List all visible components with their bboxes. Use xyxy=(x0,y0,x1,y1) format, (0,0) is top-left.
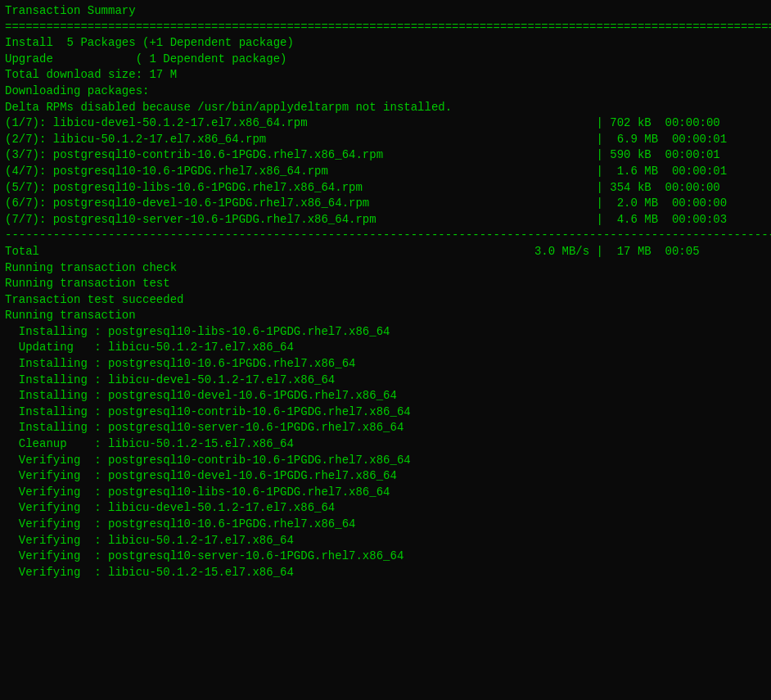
terminal-line: Verifying : libicu-50.1.2-17.el7.x86_64 … xyxy=(5,533,766,549)
terminal-line: (4/7): postgresql10-10.6-1PGDG.rhel7.x86… xyxy=(5,164,766,180)
terminal-line: Verifying : libicu-devel-50.1.2-17.el7.x… xyxy=(5,500,766,517)
terminal-line: Install 5 Packages (+1 Dependent package… xyxy=(5,35,766,52)
terminal-line: Running transaction test xyxy=(5,276,766,292)
terminal-line: Downloading packages: xyxy=(5,84,766,100)
terminal-line: Upgrade ( 1 Dependent package) xyxy=(5,52,766,68)
terminal-line: Delta RPMs disabled because /usr/bin/app… xyxy=(5,100,766,116)
terminal-line: Verifying : postgresql10-devel-10.6-1PGD… xyxy=(5,468,766,485)
terminal-line: Running transaction xyxy=(5,308,766,324)
terminal-line: Installing : postgresql10-server-10.6-1P… xyxy=(5,420,766,436)
terminal-line: ----------------------------------------… xyxy=(5,228,766,244)
terminal-line: Transaction test succeeded xyxy=(5,292,766,309)
terminal-line: Verifying : postgresql10-10.6-1PGDG.rhel… xyxy=(5,517,766,533)
terminal-line: Verifying : postgresql10-libs-10.6-1PGDG… xyxy=(5,485,766,501)
terminal-line: Verifying : postgresql10-server-10.6-1PG… xyxy=(5,549,766,565)
terminal-line: Installing : postgresql10-10.6-1PGDG.rhe… xyxy=(5,356,766,373)
terminal-line: Total download size: 17 M xyxy=(5,67,766,84)
terminal-line: Installing : postgresql10-libs-10.6-1PGD… xyxy=(5,324,766,341)
terminal-line: Total 3.0 MB/s | 17 MB 00:05 xyxy=(5,244,766,260)
terminal-line: Updating : libicu-50.1.2-17.el7.x86_64 2… xyxy=(5,340,766,356)
terminal-line: Installing : libicu-devel-50.1.2-17.el7.… xyxy=(5,373,766,389)
terminal-line: Cleanup : libicu-50.1.2-15.el7.x86_64 8/… xyxy=(5,436,766,453)
terminal-line: (3/7): postgresql10-contrib-10.6-1PGDG.r… xyxy=(5,147,766,164)
terminal-output: Transaction Summary=====================… xyxy=(5,3,766,580)
terminal-line: (2/7): libicu-50.1.2-17.el7.x86_64.rpm |… xyxy=(5,132,766,148)
terminal-line: Installing : postgresql10-contrib-10.6-1… xyxy=(5,404,766,421)
terminal-line: (6/7): postgresql10-devel-10.6-1PGDG.rhe… xyxy=(5,196,766,212)
terminal-line: Running transaction check xyxy=(5,260,766,277)
terminal-line: Verifying : libicu-50.1.2-15.el7.x86_64 … xyxy=(5,565,766,581)
terminal-line: (5/7): postgresql10-libs-10.6-1PGDG.rhel… xyxy=(5,180,766,196)
terminal-line: (7/7): postgresql10-server-10.6-1PGDG.rh… xyxy=(5,212,766,228)
terminal-line: ========================================… xyxy=(5,20,766,36)
terminal-line: (1/7): libicu-devel-50.1.2-17.el7.x86_64… xyxy=(5,115,766,132)
terminal-line: Transaction Summary xyxy=(5,3,766,20)
terminal-line: Installing : postgresql10-devel-10.6-1PG… xyxy=(5,388,766,404)
terminal-line: Verifying : postgresql10-contrib-10.6-1P… xyxy=(5,453,766,469)
